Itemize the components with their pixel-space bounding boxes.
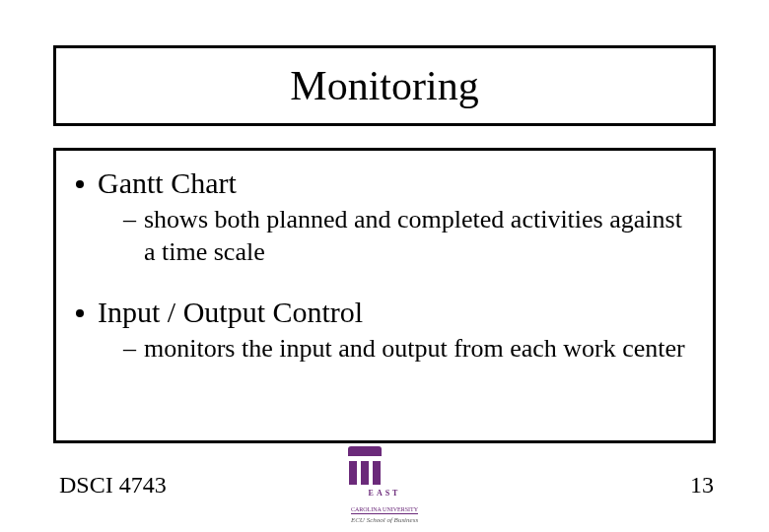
bullet-label: Input / Output Control (98, 296, 363, 329)
bullet-dot-icon (76, 180, 84, 188)
title-box: Monitoring (53, 45, 716, 126)
logo-text-university: CAROLINA UNIVERSITY (351, 506, 418, 514)
logo-column-icon (373, 461, 381, 485)
dash-icon: – (123, 333, 136, 366)
logo-column-icon (349, 461, 357, 485)
subbullet-io: – monitors the input and output from eac… (123, 333, 693, 366)
footer-page-number: 13 (690, 472, 714, 499)
body-box: Gantt Chart – shows both planned and com… (53, 148, 716, 443)
dash-icon: – (123, 204, 136, 236)
logo-arch-icon (348, 446, 382, 456)
bullet-dot-icon (76, 309, 84, 317)
subbullet-text: monitors the input and output from each … (144, 333, 685, 366)
bullet-gantt: Gantt Chart (76, 166, 693, 200)
slide: Monitoring Gantt Chart – shows both plan… (0, 0, 769, 532)
bullet-label: Gantt Chart (98, 166, 237, 200)
logo-mark (342, 443, 387, 489)
footer-course-code: DSCI 4743 (59, 472, 167, 499)
logo-text-school: ECU School of Business (342, 516, 427, 524)
logo-column-icon (361, 461, 369, 485)
subbullet-gantt: – shows both planned and completed activ… (123, 204, 693, 268)
ecu-logo: EAST CAROLINA UNIVERSITY ECU School of B… (342, 443, 427, 524)
bullet-io: Input / Output Control (76, 296, 693, 329)
logo-text-east: EAST (342, 489, 427, 498)
subbullet-text: shows both planned and completed activit… (144, 204, 686, 268)
slide-title: Monitoring (290, 62, 478, 109)
